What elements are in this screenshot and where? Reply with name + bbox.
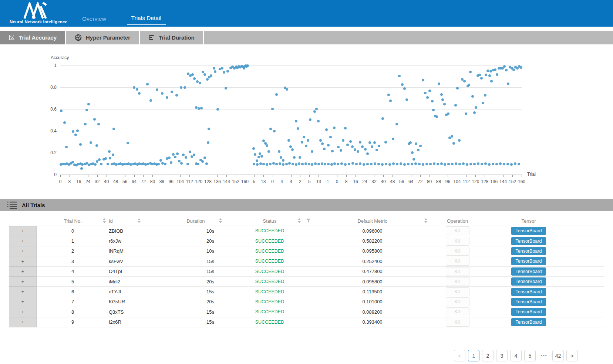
scatter-point <box>385 163 387 165</box>
scatter-point <box>246 64 249 67</box>
scatter-point <box>273 130 276 132</box>
tab-trial-accuracy[interactable]: Trial Accuracy <box>0 31 66 44</box>
scatter-point <box>454 104 457 107</box>
scatter-point <box>366 152 369 155</box>
x-tick-mark <box>273 175 273 177</box>
tensorboard-button[interactable]: TensorBoard <box>511 277 546 286</box>
filter-icon-status[interactable] <box>306 219 310 223</box>
scatter-point <box>199 82 201 84</box>
tensorboard-button[interactable]: TensorBoard <box>511 298 546 306</box>
expand-row-button[interactable]: + <box>9 277 37 287</box>
expand-row-button[interactable]: + <box>9 287 37 297</box>
scatter-point <box>455 162 457 165</box>
operation-cell: Kill <box>429 297 486 307</box>
nav-tab-overview[interactable]: Overview <box>82 16 106 27</box>
scatter-point <box>205 162 208 165</box>
scatter-point <box>259 162 262 165</box>
scatter-point <box>503 163 505 165</box>
pagination-page-4[interactable]: 4 <box>510 350 522 361</box>
nav-tabs: Overview Trials Detail <box>82 0 166 27</box>
scatter-point <box>325 128 328 131</box>
pagination-page-5[interactable]: 5 <box>524 350 536 361</box>
scatter-point <box>164 163 166 165</box>
tensorboard-button[interactable]: TensorBoard <box>511 318 546 326</box>
scatter-point <box>136 88 138 91</box>
tab-hyper-parameter[interactable]: Hyper Parameter <box>66 31 140 44</box>
pagination-next-button[interactable]: > <box>566 350 578 361</box>
scatter-point <box>419 145 422 147</box>
scatter-point <box>298 162 300 165</box>
scatter-point <box>389 100 392 102</box>
kill-button[interactable]: Kill <box>446 318 469 327</box>
sort-icon-status[interactable] <box>298 218 301 223</box>
pagination-page-42[interactable]: 42 <box>552 350 564 361</box>
kill-button[interactable]: Kill <box>446 226 469 235</box>
kill-button[interactable]: Kill <box>446 247 469 256</box>
list-icon <box>7 201 17 209</box>
pagination-page-2[interactable]: 2 <box>482 350 494 361</box>
pagination-page-1[interactable]: 1 <box>468 350 479 361</box>
pagination-prev-button[interactable]: < <box>454 350 465 361</box>
scatter-point <box>138 92 141 95</box>
scatter-point <box>405 98 408 101</box>
kill-button[interactable]: Kill <box>446 257 469 266</box>
pagination-page-3[interactable]: 3 <box>496 350 508 361</box>
scatter-point <box>354 148 356 151</box>
tensorboard-button[interactable]: TensorBoard <box>511 227 546 235</box>
tensorboard-button[interactable]: TensorBoard <box>511 247 546 255</box>
kill-button[interactable]: Kill <box>446 307 469 316</box>
expand-row-button[interactable]: + <box>9 246 37 256</box>
scatter-point <box>221 67 223 70</box>
tensorboard-button[interactable]: TensorBoard <box>511 257 546 265</box>
scatter-point <box>171 91 173 93</box>
table-row: +8Q3xTS15sSUCCEEDED0.089200KillTensorBoa… <box>9 307 604 317</box>
x-tick-mark <box>291 175 292 177</box>
expand-row-button[interactable]: + <box>9 297 37 307</box>
expand-row-button[interactable]: + <box>9 307 37 317</box>
scatter-point <box>189 151 191 153</box>
expand-row-button[interactable]: + <box>9 236 37 246</box>
kill-button[interactable]: Kill <box>446 267 469 276</box>
tensorboard-button[interactable]: TensorBoard <box>511 288 546 296</box>
duration-cell: 15s <box>168 317 223 327</box>
nni-logo-icon <box>23 2 53 19</box>
scatter-point <box>387 94 390 96</box>
scatter-point <box>348 163 350 165</box>
sort-icon-id[interactable] <box>138 218 141 223</box>
scatter-point <box>327 144 330 146</box>
sort-icon-duration[interactable] <box>219 218 222 223</box>
tab-label: Trial Accuracy <box>19 34 57 41</box>
expand-row-button[interactable]: + <box>9 256 37 266</box>
scatter-point <box>175 94 178 97</box>
kill-button[interactable]: Kill <box>446 297 469 306</box>
tab-trial-duration[interactable]: Trial Duration <box>140 31 204 44</box>
sort-icon-default-metric[interactable] <box>424 218 427 223</box>
scatter-point <box>351 145 354 148</box>
kill-button[interactable]: Kill <box>446 277 469 286</box>
tensorboard-button[interactable]: TensorBoard <box>511 237 546 245</box>
tensorboard-button[interactable]: TensorBoard <box>511 267 546 276</box>
sort-icon-trial-no[interactable] <box>103 218 106 223</box>
tensorboard-button[interactable]: TensorBoard <box>511 308 546 316</box>
x-tick-mark <box>217 175 218 177</box>
duration-cell: 15s <box>168 287 223 297</box>
scatter-point <box>361 145 364 148</box>
expand-row-button[interactable]: + <box>9 267 37 277</box>
trial-id-cell: r6xJw <box>109 236 168 246</box>
scatter-point <box>475 106 477 109</box>
nav-tab-trials-detail[interactable]: Trials Detail <box>127 15 166 25</box>
expand-row-button[interactable]: + <box>9 317 37 327</box>
expand-row-button[interactable]: + <box>9 226 37 236</box>
kill-button[interactable]: Kill <box>446 287 469 296</box>
scatter-point <box>278 150 280 153</box>
pagination: <12345•••42> <box>454 350 578 361</box>
gridline <box>60 65 522 66</box>
operation-cell: Kill <box>429 236 486 246</box>
scatter-point <box>254 153 256 156</box>
kill-button[interactable]: Kill <box>446 237 469 246</box>
scatter-point <box>170 161 172 164</box>
default-metric-cell: 0.096000 <box>316 226 429 236</box>
tensor-cell: TensorBoard <box>486 307 571 317</box>
tensor-cell: TensorBoard <box>486 246 571 256</box>
table-row: +5iMdi220sSUCCEEDED0.095800KillTensorBoa… <box>9 277 604 287</box>
